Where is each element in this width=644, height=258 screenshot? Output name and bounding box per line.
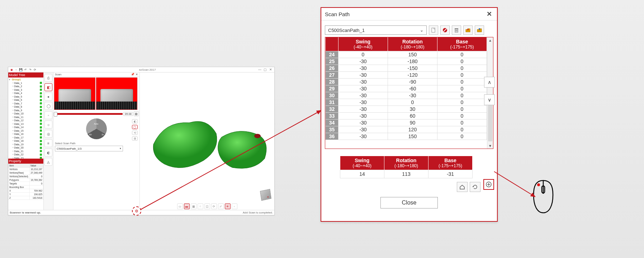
input-row[interactable]: 14 113 -31 [340, 170, 473, 178]
disable-path-icon[interactable] [440, 25, 450, 35]
tree-item[interactable]: ▫Data_12 [9, 119, 43, 122]
table-row[interactable]: 32-30300 [326, 106, 487, 113]
tree-item[interactable]: ▫Data_5 [9, 95, 43, 99]
close-button[interactable]: Close [380, 197, 438, 208]
tree-item[interactable]: ▫Data_14 [9, 126, 43, 129]
tree-item[interactable]: ▫Data_8 [9, 105, 43, 109]
vp-normal-icon[interactable]: ◫ [204, 203, 210, 209]
vp-refresh-icon[interactable]: ⟳ [211, 203, 217, 209]
box-tool-icon[interactable]: ▫ [44, 111, 52, 119]
input-swing[interactable]: 14 [340, 170, 384, 178]
sphere-tool-icon[interactable]: ● [44, 93, 52, 100]
color-icon[interactable]: ◐ [44, 149, 52, 156]
settings-icon[interactable]: ☼ [44, 121, 52, 128]
tree-item[interactable]: ▫Data_2 [9, 85, 43, 88]
vp-empty-icon[interactable]: ▫ [232, 203, 237, 209]
window-controls[interactable]: — ▢ ✕ [258, 68, 273, 71]
table-row[interactable]: 35-301200 [326, 126, 487, 133]
table-row[interactable]: 27-30-1200 [326, 72, 487, 79]
tree-item[interactable]: ▫Data_13 [9, 122, 43, 126]
input-base[interactable]: -31 [428, 170, 473, 178]
vp-point-icon[interactable]: ⁘ [198, 203, 203, 209]
external-up-button[interactable]: ∧ [484, 77, 495, 88]
scroll-up-icon[interactable]: ▲ [487, 37, 493, 43]
undo-icon[interactable]: ↶ [24, 68, 27, 71]
new-path-icon[interactable] [429, 25, 438, 35]
view-cube-gizmo[interactable] [261, 190, 271, 200]
tree-item[interactable]: ▫Data_17 [9, 136, 43, 140]
table-row[interactable]: 2401500 [326, 51, 487, 58]
tree-item[interactable]: ▫Data_6 [9, 98, 43, 102]
target-icon[interactable]: ◎ [44, 130, 52, 138]
history-icon[interactable]: ⟳ [33, 68, 37, 71]
vp-shade-icon[interactable]: ▬ [184, 203, 190, 209]
tree-item[interactable]: ▫Data_20 [9, 146, 43, 150]
tree-item[interactable]: ▫Data_16 [9, 132, 43, 136]
scan-mode-pie[interactable]: Auto 3D 2x [86, 118, 107, 139]
scan-close-icon[interactable]: ✕ [136, 73, 138, 76]
table-row[interactable]: 33-30600 [326, 113, 487, 119]
tree-item[interactable]: ▫Data_9 [9, 109, 43, 112]
table-row[interactable]: 30-30-300 [326, 92, 487, 99]
table-row[interactable]: 36-301500 [326, 133, 487, 140]
scan-model-icon[interactable]: ◧ [44, 83, 52, 91]
tree-group[interactable]: Group1 [12, 78, 21, 81]
tree-item[interactable]: ▫Data_1 [9, 81, 43, 85]
import-path-icon[interactable] [463, 25, 473, 35]
vp-grid-icon[interactable]: ⁜ [225, 203, 231, 209]
export-path-icon[interactable] [475, 25, 484, 35]
table-row[interactable]: 25-30-1800 [326, 58, 487, 65]
redo-icon[interactable]: ↷ [28, 68, 32, 71]
tree-item[interactable]: ▫Data_21 [9, 150, 43, 153]
tree-item[interactable]: ▫Data_18 [9, 139, 43, 143]
table-row[interactable]: 29-30-600 [326, 85, 487, 92]
scan-path-table[interactable]: Swing(-40~+40) Rotation(-180~+180) Base(… [325, 37, 487, 140]
3d-viewport[interactable]: ▭ ▬ ▦ ⁘ ◫ ⟳ ⤢ ⁜ ▫ [140, 72, 274, 210]
table-scrollbar[interactable]: ▲ ▼ [487, 37, 493, 149]
usb-icon[interactable]: ⎙ [44, 74, 52, 82]
tree-item[interactable]: ▫Data_10 [9, 112, 43, 116]
exposure-value[interactable]: 09.00 [123, 112, 133, 116]
dialog-close-icon[interactable]: ✕ [485, 10, 493, 18]
delete-path-icon[interactable] [452, 25, 461, 35]
refresh-icon[interactable] [470, 182, 480, 192]
model-tree-list[interactable]: ▾Group1▫Data_1▫Data_2▫Data_3▫Data_4▫Data… [8, 78, 43, 159]
tree-item[interactable]: ▫Data_11 [9, 116, 43, 119]
tree-item[interactable]: ▫Data_7 [9, 102, 43, 105]
layers-icon[interactable]: ≡ [44, 139, 52, 147]
tree-item[interactable]: ▫Data_15 [9, 129, 43, 133]
add-row-button[interactable] [483, 179, 494, 190]
vp-wire-icon[interactable]: ▦ [191, 203, 196, 209]
external-down-button[interactable]: ∨ [484, 94, 495, 105]
tree-item[interactable]: ▫Data_3 [9, 88, 43, 92]
status-left: Scanner is warmed up. [10, 211, 41, 214]
tree-item[interactable]: ▫Data_22 [9, 153, 43, 156]
scan-pin-icon[interactable]: 📌 [131, 73, 134, 76]
table-row[interactable]: 26-30-1500 [326, 65, 487, 72]
input-rotation[interactable]: 113 [384, 170, 428, 178]
exposure-slider[interactable] [54, 113, 123, 115]
vp-select-icon[interactable]: ▭ [177, 203, 183, 209]
tree-item[interactable]: ▫Data_19 [9, 143, 43, 146]
reset-icon[interactable]: ⟲ [132, 131, 138, 135]
scroll-thumb[interactable] [488, 102, 492, 141]
table-row[interactable]: 34-30900 [326, 119, 487, 126]
auto-exposure-icon[interactable]: ▨ [134, 111, 139, 116]
home-position-icon[interactable] [457, 182, 468, 192]
scroll-down-icon[interactable]: ▼ [487, 143, 493, 149]
tree-item[interactable]: ▫Data_4 [9, 92, 43, 95]
path-name-value: C500ScanPath_1 [328, 28, 365, 33]
scan-path-select[interactable]: C500ScanPath_1/3 ▾ [55, 146, 123, 151]
contrast-icon[interactable]: ◐ [132, 119, 138, 123]
crop-icon[interactable]: ▢ [132, 125, 138, 129]
vp-expand-icon[interactable]: ⤢ [218, 203, 224, 209]
gear-highlight-icon[interactable]: ⚙ [132, 206, 141, 216]
save-icon[interactable]: 💾 [19, 68, 23, 71]
mesh-icon[interactable]: ◬ [44, 158, 52, 166]
table-row[interactable]: 28-30-900 [326, 79, 487, 85]
path-name-select[interactable]: C500ScanPath_1 ⌄ [325, 25, 427, 35]
grid-icon[interactable]: ⊞ [132, 136, 138, 141]
cylinder-tool-icon[interactable]: ◯ [44, 102, 52, 110]
new-file-icon[interactable]: ▫ [14, 68, 18, 71]
table-row[interactable]: 31-3000 [326, 99, 487, 106]
